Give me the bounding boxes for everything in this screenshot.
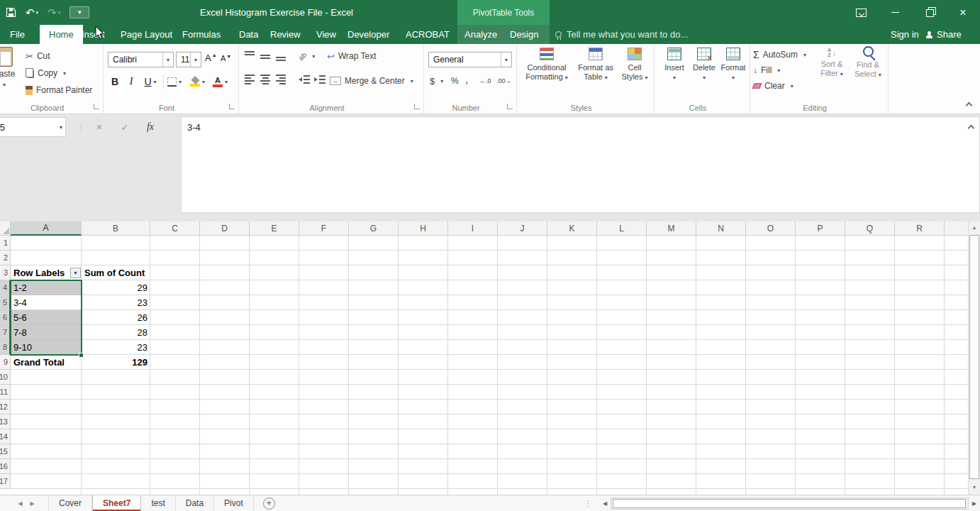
- tab-view[interactable]: View: [316, 25, 336, 44]
- align-right-button[interactable]: [276, 75, 286, 84]
- tab-page-layout[interactable]: Page Layout: [121, 25, 172, 44]
- cell-A8[interactable]: 9-10: [11, 340, 82, 355]
- col-header-P[interactable]: P: [796, 221, 845, 236]
- close-button[interactable]: ×: [946, 0, 980, 25]
- tabbar-resize-handle[interactable]: ⋮: [584, 499, 592, 508]
- tab-analyze[interactable]: Analyze: [464, 25, 497, 44]
- number-format-combo[interactable]: General: [428, 52, 512, 67]
- row-header-13[interactable]: 13: [0, 414, 11, 429]
- col-header-J[interactable]: J: [498, 221, 547, 236]
- hscroll-right-button[interactable]: ▶: [969, 495, 980, 511]
- clear-button[interactable]: Clear: [753, 78, 794, 94]
- row-header-3[interactable]: 3: [0, 265, 11, 280]
- col-header-F[interactable]: F: [299, 221, 349, 236]
- tab-insert[interactable]: Insert: [82, 25, 105, 44]
- collapse-formula-bar-button[interactable]: [968, 125, 975, 132]
- tab-home[interactable]: Home: [40, 25, 83, 44]
- wrap-text-button[interactable]: ↩Wrap Text: [327, 48, 376, 64]
- format-cells-button[interactable]: Format ▾: [718, 48, 748, 82]
- vertical-scrollbar[interactable]: ▲ ▼: [968, 221, 980, 495]
- cell-B6[interactable]: 26: [82, 310, 150, 325]
- cell-B5[interactable]: 23: [82, 295, 150, 310]
- tab-acrobat[interactable]: ACROBAT: [406, 25, 450, 44]
- col-header-K[interactable]: K: [547, 221, 597, 236]
- font-dialog-launcher[interactable]: [229, 104, 235, 109]
- save-button[interactable]: [6, 7, 16, 18]
- decrease-indent-button[interactable]: [299, 75, 310, 84]
- col-header-E[interactable]: E: [250, 221, 299, 236]
- name-box-caret-icon[interactable]: ▼: [55, 117, 67, 137]
- format-painter-button[interactable]: Format Painter: [26, 82, 92, 98]
- redo-button[interactable]: ↷▾: [48, 7, 60, 18]
- font-name-caret-icon[interactable]: [162, 53, 173, 67]
- top-align-button[interactable]: [245, 51, 255, 61]
- underline-button[interactable]: U: [140, 73, 160, 90]
- cancel-entry-button[interactable]: ×: [87, 121, 112, 133]
- percent-style-button[interactable]: %: [451, 73, 459, 89]
- copy-button[interactable]: Copy: [26, 65, 92, 81]
- row-header-12[interactable]: 12: [0, 400, 11, 414]
- row-header-1[interactable]: 1: [0, 236, 11, 251]
- enter-entry-button[interactable]: ✓: [112, 122, 138, 133]
- align-left-button[interactable]: [245, 75, 255, 84]
- scroll-down-button[interactable]: ▼: [969, 481, 980, 493]
- paste-button[interactable]: Paste ▾: [0, 47, 24, 88]
- col-header-L[interactable]: L: [597, 221, 647, 236]
- merge-center-button[interactable]: Merge & Center: [330, 73, 413, 89]
- ribbon-display-options-button[interactable]: [844, 0, 878, 25]
- minimize-button[interactable]: [878, 0, 912, 25]
- conditional-formatting-button[interactable]: Conditional Formatting: [520, 48, 574, 82]
- sheet-tab-cover[interactable]: Cover: [48, 495, 92, 511]
- formula-input[interactable]: 3-4: [181, 116, 980, 213]
- bottom-align-button[interactable]: [276, 51, 286, 61]
- tab-design[interactable]: Design: [510, 25, 538, 44]
- scroll-up-button[interactable]: ▲: [969, 221, 980, 233]
- col-header-C[interactable]: C: [150, 221, 200, 236]
- format-cells-caret-icon[interactable]: ▾: [732, 73, 735, 82]
- tab-data[interactable]: Data: [239, 25, 258, 44]
- delete-cells-caret-icon[interactable]: ▾: [703, 73, 706, 82]
- increase-indent-button[interactable]: [314, 75, 325, 84]
- vertical-scrollbar-thumb[interactable]: [969, 235, 979, 479]
- sheet-tab-pivot[interactable]: Pivot: [214, 495, 254, 511]
- row-header-2[interactable]: 2: [0, 251, 11, 265]
- decrease-decimal-button[interactable]: .00→: [496, 73, 512, 89]
- spreadsheet-grid[interactable]: A B C D E F G H I J K L M N O P Q R 1 2 …: [0, 221, 968, 495]
- col-header-N[interactable]: N: [696, 221, 746, 236]
- comma-style-button[interactable]: ,: [465, 71, 468, 87]
- share-button[interactable]: Share: [926, 25, 962, 44]
- col-header-A[interactable]: A: [11, 221, 82, 236]
- insert-cells-caret-icon[interactable]: ▾: [673, 73, 676, 82]
- cell-B9[interactable]: 129: [82, 355, 150, 370]
- insert-function-button[interactable]: fx: [138, 121, 163, 133]
- align-center-button[interactable]: [260, 75, 270, 84]
- autosum-button[interactable]: ΣAutoSum: [753, 47, 806, 62]
- col-header-M[interactable]: M: [647, 221, 696, 236]
- fill-handle[interactable]: [79, 353, 84, 358]
- bold-button[interactable]: B: [108, 73, 122, 90]
- row-header-16[interactable]: 16: [0, 459, 11, 474]
- number-format-caret-icon[interactable]: [501, 53, 511, 67]
- tab-file[interactable]: File: [10, 25, 25, 44]
- undo-caret-icon[interactable]: ▾: [36, 10, 39, 15]
- font-size-combo[interactable]: 11: [176, 52, 201, 67]
- restore-button[interactable]: [912, 0, 946, 25]
- redo-caret-icon[interactable]: ▾: [58, 10, 61, 15]
- find-select-button[interactable]: Find & Select: [850, 46, 886, 79]
- cell-B8[interactable]: 23: [82, 340, 150, 355]
- sheet-nav-left-icon[interactable]: ◀: [14, 495, 26, 511]
- col-header-R[interactable]: R: [895, 221, 945, 236]
- italic-button[interactable]: I: [125, 73, 138, 90]
- cell-B7[interactable]: 28: [82, 325, 150, 340]
- row-header-8[interactable]: 8: [0, 340, 11, 355]
- clipboard-dialog-launcher[interactable]: [94, 104, 99, 109]
- row-header-14[interactable]: 14: [0, 429, 11, 444]
- col-header-D[interactable]: D: [200, 221, 250, 236]
- sheet-tab-test[interactable]: test: [141, 495, 175, 511]
- cut-button[interactable]: ✂Cut: [26, 48, 92, 64]
- select-all-corner[interactable]: [0, 221, 11, 236]
- col-header-B[interactable]: B: [82, 221, 150, 236]
- formula-bar-drag-handle[interactable]: ⋮: [75, 123, 87, 132]
- increase-decimal-button[interactable]: ←.0: [479, 73, 491, 89]
- cell-A6[interactable]: 5-6: [11, 310, 82, 325]
